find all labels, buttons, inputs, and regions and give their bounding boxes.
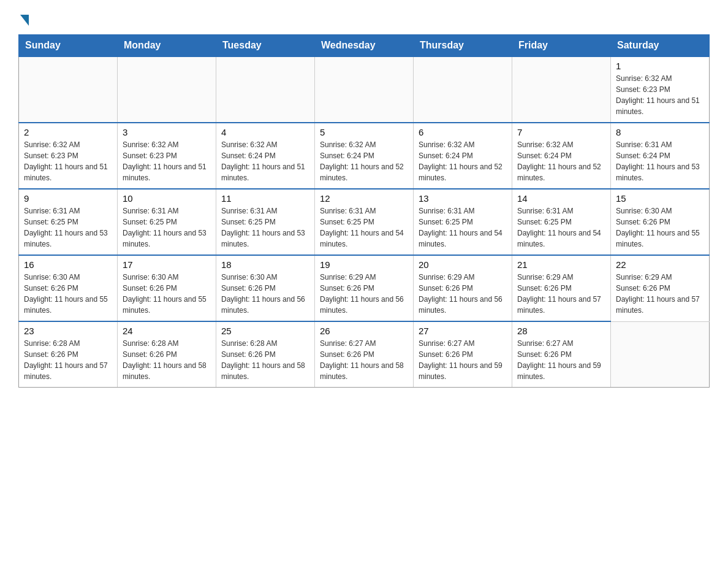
- day-info: Sunrise: 6:31 AM Sunset: 6:25 PM Dayligh…: [123, 205, 211, 250]
- calendar-cell: [315, 56, 414, 123]
- calendar-cell: 20Sunrise: 6:29 AM Sunset: 6:26 PM Dayli…: [414, 255, 512, 321]
- day-info: Sunrise: 6:27 AM Sunset: 6:26 PM Dayligh…: [419, 338, 507, 382]
- calendar-header-sunday: Sunday: [19, 35, 118, 57]
- calendar-cell: 19Sunrise: 6:29 AM Sunset: 6:26 PM Dayli…: [315, 255, 414, 321]
- calendar-cell: 9Sunrise: 6:31 AM Sunset: 6:25 PM Daylig…: [19, 189, 118, 255]
- day-number: 5: [320, 127, 408, 137]
- day-number: 2: [24, 127, 112, 137]
- day-number: 22: [616, 259, 704, 270]
- day-number: 17: [123, 259, 211, 270]
- day-info: Sunrise: 6:31 AM Sunset: 6:25 PM Dayligh…: [24, 205, 112, 250]
- day-info: Sunrise: 6:31 AM Sunset: 6:25 PM Dayligh…: [320, 205, 408, 250]
- day-info: Sunrise: 6:31 AM Sunset: 6:25 PM Dayligh…: [419, 205, 507, 250]
- calendar-header-tuesday: Tuesday: [216, 35, 315, 57]
- calendar-cell: 5Sunrise: 6:32 AM Sunset: 6:24 PM Daylig…: [315, 123, 414, 189]
- day-info: Sunrise: 6:28 AM Sunset: 6:26 PM Dayligh…: [123, 338, 211, 382]
- calendar-cell: 12Sunrise: 6:31 AM Sunset: 6:25 PM Dayli…: [315, 189, 414, 255]
- day-number: 13: [419, 193, 507, 204]
- calendar-week-row: 23Sunrise: 6:28 AM Sunset: 6:26 PM Dayli…: [19, 321, 710, 388]
- calendar-cell: 4Sunrise: 6:32 AM Sunset: 6:24 PM Daylig…: [216, 123, 315, 189]
- calendar-week-row: 16Sunrise: 6:30 AM Sunset: 6:26 PM Dayli…: [19, 255, 710, 321]
- day-number: 11: [221, 193, 309, 204]
- day-info: Sunrise: 6:32 AM Sunset: 6:24 PM Dayligh…: [517, 139, 605, 183]
- day-number: 8: [616, 127, 704, 137]
- calendar-cell: 10Sunrise: 6:31 AM Sunset: 6:25 PM Dayli…: [118, 189, 216, 255]
- logo: [18, 12, 29, 23]
- calendar-cell: 15Sunrise: 6:30 AM Sunset: 6:26 PM Dayli…: [611, 189, 710, 255]
- calendar-cell: [512, 56, 611, 123]
- calendar-cell: 24Sunrise: 6:28 AM Sunset: 6:26 PM Dayli…: [118, 321, 216, 388]
- day-number: 23: [24, 326, 112, 336]
- calendar-header-monday: Monday: [118, 35, 216, 57]
- day-info: Sunrise: 6:31 AM Sunset: 6:25 PM Dayligh…: [221, 205, 309, 250]
- calendar-cell: 26Sunrise: 6:27 AM Sunset: 6:26 PM Dayli…: [315, 321, 414, 388]
- day-info: Sunrise: 6:29 AM Sunset: 6:26 PM Dayligh…: [419, 272, 507, 316]
- calendar-cell: 16Sunrise: 6:30 AM Sunset: 6:26 PM Dayli…: [19, 255, 118, 321]
- day-number: 24: [123, 326, 211, 336]
- calendar-cell: 18Sunrise: 6:30 AM Sunset: 6:26 PM Dayli…: [216, 255, 315, 321]
- day-info: Sunrise: 6:32 AM Sunset: 6:24 PM Dayligh…: [221, 139, 309, 183]
- day-number: 18: [221, 259, 309, 270]
- calendar-cell: 23Sunrise: 6:28 AM Sunset: 6:26 PM Dayli…: [19, 321, 118, 388]
- day-number: 26: [320, 326, 408, 336]
- calendar-cell: 21Sunrise: 6:29 AM Sunset: 6:26 PM Dayli…: [512, 255, 611, 321]
- day-info: Sunrise: 6:31 AM Sunset: 6:24 PM Dayligh…: [616, 139, 704, 183]
- calendar-header-saturday: Saturday: [611, 35, 710, 57]
- calendar-cell: 27Sunrise: 6:27 AM Sunset: 6:26 PM Dayli…: [414, 321, 512, 388]
- calendar-cell: [118, 56, 216, 123]
- day-number: 12: [320, 193, 408, 204]
- calendar-cell: [611, 321, 710, 388]
- day-info: Sunrise: 6:28 AM Sunset: 6:26 PM Dayligh…: [221, 338, 309, 382]
- page-header: [18, 12, 710, 23]
- calendar-cell: 25Sunrise: 6:28 AM Sunset: 6:26 PM Dayli…: [216, 321, 315, 388]
- day-number: 19: [320, 259, 408, 270]
- day-number: 4: [221, 127, 309, 137]
- calendar-header-friday: Friday: [512, 35, 611, 57]
- day-info: Sunrise: 6:32 AM Sunset: 6:24 PM Dayligh…: [419, 139, 507, 183]
- day-info: Sunrise: 6:32 AM Sunset: 6:23 PM Dayligh…: [616, 73, 704, 117]
- calendar-header-row: SundayMondayTuesdayWednesdayThursdayFrid…: [19, 35, 710, 57]
- calendar-cell: 17Sunrise: 6:30 AM Sunset: 6:26 PM Dayli…: [118, 255, 216, 321]
- day-info: Sunrise: 6:32 AM Sunset: 6:24 PM Dayligh…: [320, 139, 408, 183]
- day-number: 21: [517, 259, 605, 270]
- day-info: Sunrise: 6:27 AM Sunset: 6:26 PM Dayligh…: [517, 338, 605, 382]
- day-info: Sunrise: 6:29 AM Sunset: 6:26 PM Dayligh…: [616, 272, 704, 316]
- calendar-week-row: 9Sunrise: 6:31 AM Sunset: 6:25 PM Daylig…: [19, 189, 710, 255]
- calendar-cell: 6Sunrise: 6:32 AM Sunset: 6:24 PM Daylig…: [414, 123, 512, 189]
- calendar-cell: 3Sunrise: 6:32 AM Sunset: 6:23 PM Daylig…: [118, 123, 216, 189]
- calendar-cell: 22Sunrise: 6:29 AM Sunset: 6:26 PM Dayli…: [611, 255, 710, 321]
- day-number: 15: [616, 193, 704, 204]
- calendar-table: SundayMondayTuesdayWednesdayThursdayFrid…: [18, 34, 710, 388]
- calendar-cell: 11Sunrise: 6:31 AM Sunset: 6:25 PM Dayli…: [216, 189, 315, 255]
- day-number: 1: [616, 61, 704, 71]
- calendar-week-row: 1Sunrise: 6:32 AM Sunset: 6:23 PM Daylig…: [19, 56, 710, 123]
- day-info: Sunrise: 6:30 AM Sunset: 6:26 PM Dayligh…: [221, 272, 309, 316]
- calendar-cell: [216, 56, 315, 123]
- day-number: 27: [419, 326, 507, 336]
- day-info: Sunrise: 6:30 AM Sunset: 6:26 PM Dayligh…: [24, 272, 112, 316]
- calendar-cell: 13Sunrise: 6:31 AM Sunset: 6:25 PM Dayli…: [414, 189, 512, 255]
- calendar-cell: [19, 56, 118, 123]
- logo-arrow-icon: [20, 15, 29, 26]
- day-number: 6: [419, 127, 507, 137]
- day-info: Sunrise: 6:29 AM Sunset: 6:26 PM Dayligh…: [320, 272, 408, 316]
- day-info: Sunrise: 6:30 AM Sunset: 6:26 PM Dayligh…: [123, 272, 211, 316]
- day-info: Sunrise: 6:30 AM Sunset: 6:26 PM Dayligh…: [616, 205, 704, 250]
- calendar-cell: 28Sunrise: 6:27 AM Sunset: 6:26 PM Dayli…: [512, 321, 611, 388]
- calendar-cell: 2Sunrise: 6:32 AM Sunset: 6:23 PM Daylig…: [19, 123, 118, 189]
- calendar-cell: [414, 56, 512, 123]
- day-number: 10: [123, 193, 211, 204]
- day-info: Sunrise: 6:32 AM Sunset: 6:23 PM Dayligh…: [123, 139, 211, 183]
- calendar-header-thursday: Thursday: [414, 35, 512, 57]
- calendar-cell: 8Sunrise: 6:31 AM Sunset: 6:24 PM Daylig…: [611, 123, 710, 189]
- day-info: Sunrise: 6:27 AM Sunset: 6:26 PM Dayligh…: [320, 338, 408, 382]
- day-number: 9: [24, 193, 112, 204]
- day-number: 3: [123, 127, 211, 137]
- day-number: 20: [419, 259, 507, 270]
- day-number: 7: [517, 127, 605, 137]
- calendar-week-row: 2Sunrise: 6:32 AM Sunset: 6:23 PM Daylig…: [19, 123, 710, 189]
- day-info: Sunrise: 6:31 AM Sunset: 6:25 PM Dayligh…: [517, 205, 605, 250]
- calendar-header-wednesday: Wednesday: [315, 35, 414, 57]
- day-number: 25: [221, 326, 309, 336]
- day-info: Sunrise: 6:28 AM Sunset: 6:26 PM Dayligh…: [24, 338, 112, 382]
